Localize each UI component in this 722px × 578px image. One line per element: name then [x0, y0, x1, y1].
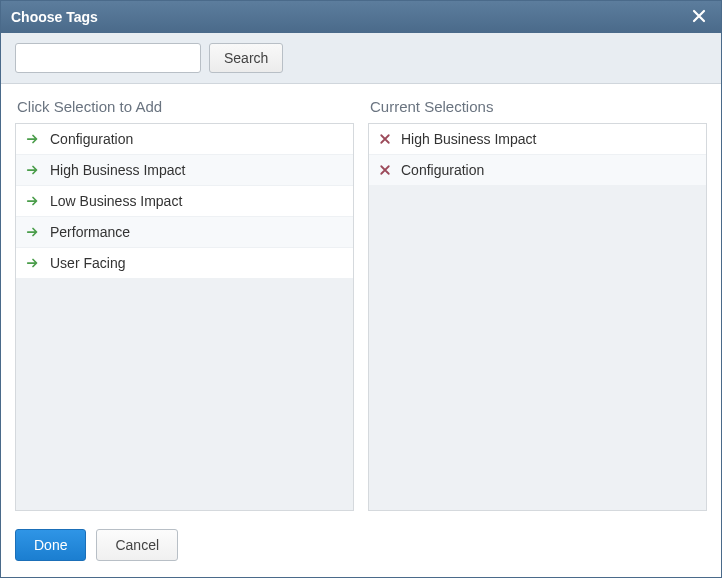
search-input[interactable] — [15, 43, 201, 73]
arrow-right-icon — [26, 132, 40, 146]
available-item[interactable]: Configuration — [16, 124, 353, 155]
available-item-label: High Business Impact — [50, 162, 185, 178]
available-column: Click Selection to Add ConfigurationHigh… — [15, 98, 354, 511]
selected-item-label: High Business Impact — [401, 131, 536, 147]
arrow-right-icon — [26, 194, 40, 208]
remove-icon — [379, 133, 391, 145]
arrow-right-icon — [26, 163, 40, 177]
close-button[interactable] — [687, 6, 711, 29]
remove-icon — [379, 164, 391, 176]
available-item[interactable]: High Business Impact — [16, 155, 353, 186]
selected-item-label: Configuration — [401, 162, 484, 178]
content-area: Click Selection to Add ConfigurationHigh… — [1, 84, 721, 519]
selected-item[interactable]: High Business Impact — [369, 124, 706, 155]
available-item-label: Configuration — [50, 131, 133, 147]
done-button[interactable]: Done — [15, 529, 86, 561]
cancel-button[interactable]: Cancel — [96, 529, 178, 561]
available-item-label: User Facing — [50, 255, 125, 271]
available-item[interactable]: User Facing — [16, 248, 353, 279]
search-bar: Search — [1, 33, 721, 84]
titlebar: Choose Tags — [1, 1, 721, 33]
arrow-right-icon — [26, 256, 40, 270]
close-icon — [691, 8, 707, 28]
arrow-right-icon — [26, 225, 40, 239]
available-item[interactable]: Low Business Impact — [16, 186, 353, 217]
selected-header: Current Selections — [368, 98, 707, 115]
choose-tags-dialog: Choose Tags Search Click Selection to Ad… — [0, 0, 722, 578]
selected-column: Current Selections High Business ImpactC… — [368, 98, 707, 511]
search-button[interactable]: Search — [209, 43, 283, 73]
available-item[interactable]: Performance — [16, 217, 353, 248]
available-list: ConfigurationHigh Business ImpactLow Bus… — [15, 123, 354, 511]
available-item-label: Low Business Impact — [50, 193, 182, 209]
selected-item[interactable]: Configuration — [369, 155, 706, 186]
available-item-label: Performance — [50, 224, 130, 240]
footer: Done Cancel — [1, 519, 721, 577]
available-header: Click Selection to Add — [15, 98, 354, 115]
selected-list: High Business ImpactConfiguration — [368, 123, 707, 511]
dialog-title: Choose Tags — [11, 9, 98, 25]
